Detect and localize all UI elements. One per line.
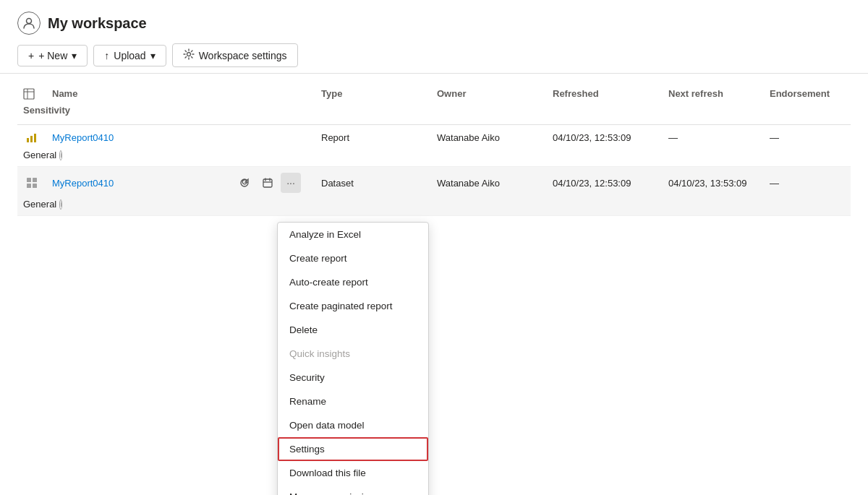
row1-name-cell: MyReport0410 xyxy=(46,129,229,146)
table-container: Name Type Owner Refreshed Next refresh E… xyxy=(17,79,851,216)
content-area: Name Type Owner Refreshed Next refresh E… xyxy=(0,74,868,495)
row1-name[interactable]: MyReport0410 xyxy=(52,132,114,143)
row-icon-dataset xyxy=(17,173,46,192)
menu-item-settings[interactable]: Settings xyxy=(278,437,428,461)
col-endorsement-header: Endorsement xyxy=(764,87,851,103)
row1-owner: Watanabe Aiko xyxy=(431,129,547,146)
svg-rect-12 xyxy=(263,179,272,187)
svg-rect-8 xyxy=(27,178,31,182)
menu-item-delete[interactable]: Delete xyxy=(278,318,428,342)
menu-item-security[interactable]: Security xyxy=(278,366,428,389)
page: My workspace + + New ▾ ↑ Upload ▾ xyxy=(0,0,868,495)
svg-rect-11 xyxy=(33,184,37,188)
col-name-header: Name xyxy=(46,87,229,103)
menu-item-download-file[interactable]: Download this file xyxy=(278,461,428,485)
context-menu: Analyze in Excel Create report Auto-crea… xyxy=(277,222,429,495)
menu-item-quick-insights: Quick insights xyxy=(278,342,428,366)
svg-rect-9 xyxy=(33,178,37,182)
more-dots-icon: ··· xyxy=(286,177,295,189)
svg-rect-10 xyxy=(27,184,31,188)
row1-type: Report xyxy=(315,129,431,146)
menu-item-create-paginated[interactable]: Create paginated report xyxy=(278,294,428,318)
row2-name[interactable]: MyReport0410 xyxy=(52,178,114,189)
workspace-icon xyxy=(17,12,41,35)
row1-next-refresh: — xyxy=(663,129,764,146)
workspace-settings-button[interactable]: Workspace settings xyxy=(172,43,298,67)
row2-refresh-button[interactable] xyxy=(234,173,255,193)
menu-item-analyze-excel[interactable]: Analyze in Excel xyxy=(278,223,428,246)
workspace-name: My workspace xyxy=(48,15,147,32)
toolbar: + + New ▾ ↑ Upload ▾ Workspace settings xyxy=(17,43,851,67)
upload-chevron-icon: ▾ xyxy=(150,50,156,61)
new-label: + New xyxy=(38,50,67,61)
settings-gear-icon xyxy=(183,48,195,62)
row1-refreshed: 04/10/23, 12:53:09 xyxy=(547,129,663,146)
new-button[interactable]: + + New ▾ xyxy=(17,45,88,66)
menu-item-auto-create-report[interactable]: Auto-create report xyxy=(278,270,428,294)
col-owner-header: Owner xyxy=(431,87,547,103)
workspace-settings-label: Workspace settings xyxy=(199,50,287,61)
row1-sensitivity-label: General xyxy=(23,150,56,160)
row2-actions: ··· xyxy=(229,170,315,196)
col-icon xyxy=(17,87,46,103)
workspace-title-row: My workspace xyxy=(17,12,851,35)
upload-icon: ↑ xyxy=(104,50,109,61)
menu-item-open-data-model[interactable]: Open data model xyxy=(278,413,428,437)
menu-item-manage-permissions[interactable]: Manage permissions xyxy=(278,485,428,495)
col-next-refresh-header: Next refresh xyxy=(663,87,764,103)
table-header: Name Type Owner Refreshed Next refresh E… xyxy=(17,79,851,125)
row2-name-cell: MyReport0410 xyxy=(46,175,229,191)
col-refreshed-header: Refreshed xyxy=(547,87,663,103)
row2-sensitivity-label: General xyxy=(23,199,56,210)
svg-rect-5 xyxy=(27,138,29,142)
table-row: MyReport0410 xyxy=(17,167,851,216)
menu-item-create-report[interactable]: Create report xyxy=(278,246,428,270)
svg-rect-6 xyxy=(30,136,33,142)
row2-sensitivity: General i xyxy=(17,196,46,212)
col-actions-header xyxy=(229,87,315,103)
row2-endorsement: — xyxy=(764,175,851,191)
new-plus-icon: + xyxy=(28,50,34,61)
col-sensitivity-header: Sensitivity xyxy=(17,103,46,117)
svg-rect-7 xyxy=(34,134,36,142)
col-type-header: Type xyxy=(315,87,431,103)
row1-actions xyxy=(229,134,315,140)
svg-point-0 xyxy=(27,19,32,24)
svg-rect-2 xyxy=(24,89,34,99)
row2-sensitivity-info-icon[interactable]: i xyxy=(59,199,62,210)
table-row: MyReport0410 Report Watanabe Aiko 04/10/… xyxy=(17,125,851,167)
row1-endorsement: — xyxy=(764,129,851,146)
row2-schedule-button[interactable] xyxy=(258,173,278,193)
row1-sensitivity: General i xyxy=(17,147,46,163)
menu-item-rename[interactable]: Rename xyxy=(278,389,428,413)
row-icon-report xyxy=(17,128,46,147)
row2-next-refresh: 04/10/23, 13:53:09 xyxy=(663,175,764,191)
row2-more-button[interactable]: ··· xyxy=(281,173,301,193)
row1-sensitivity-info-icon[interactable]: i xyxy=(59,150,62,160)
row2-owner: Watanabe Aiko xyxy=(431,175,547,191)
upload-button[interactable]: ↑ Upload ▾ xyxy=(93,45,166,66)
upload-label: Upload xyxy=(114,50,145,61)
row2-type: Dataset xyxy=(315,175,431,191)
header: My workspace + + New ▾ ↑ Upload ▾ xyxy=(0,0,868,74)
new-chevron-icon: ▾ xyxy=(72,50,77,61)
row2-refreshed: 04/10/23, 12:53:09 xyxy=(547,175,663,191)
svg-point-1 xyxy=(187,53,190,56)
